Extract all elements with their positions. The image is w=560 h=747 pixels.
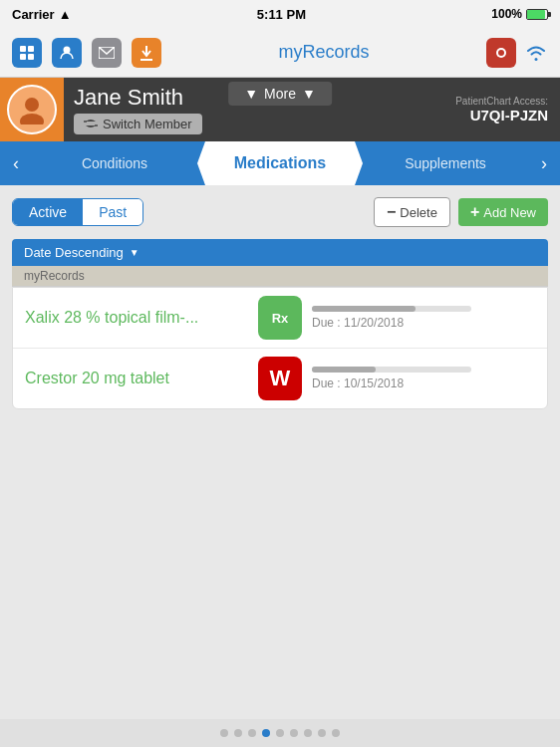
svg-rect-1 xyxy=(28,46,34,52)
battery-label: 100% xyxy=(491,7,522,21)
status-time: 5:11 PM xyxy=(257,7,306,22)
dot-6 xyxy=(304,729,312,737)
more-caret-left: ▼ xyxy=(244,86,258,102)
page-dots xyxy=(0,719,560,747)
signal-icon: ▲ xyxy=(59,7,72,22)
dot-3 xyxy=(262,729,270,737)
battery-icon xyxy=(526,9,548,20)
tab-supplements[interactable]: Supplements xyxy=(363,141,528,185)
chart-access-label: PatientChart Access: xyxy=(455,96,548,107)
more-dropdown[interactable]: ▼ More ▼ xyxy=(228,82,332,106)
main-content: Active Past − Delete + Add New Date Desc… xyxy=(0,185,560,719)
sort-caret-icon: ▼ xyxy=(130,247,140,258)
more-caret-right: ▼ xyxy=(302,86,316,102)
medication-item-1[interactable]: Crestor 20 mg tablet W Due : 10/15/2018 xyxy=(13,349,547,408)
med-name-0: Xalix 28 % topical film-... xyxy=(25,309,248,327)
med-progress-bar-0 xyxy=(312,306,471,312)
delete-label: Delete xyxy=(400,205,437,220)
med-progress-fill-1 xyxy=(312,367,376,373)
tab-medications[interactable]: Medications xyxy=(197,141,363,185)
med-due-1: Due : 10/15/2018 xyxy=(312,376,535,390)
patient-chart-access: PatientChart Access: U7QI-PJZN xyxy=(447,78,560,141)
dot-7 xyxy=(318,729,326,737)
tab-next-arrow[interactable]: › xyxy=(528,141,560,185)
med-due-0: Due : 11/20/2018 xyxy=(312,316,535,330)
svg-rect-0 xyxy=(20,46,26,52)
walgreens-label-1: W xyxy=(270,366,291,391)
rx-label-0: Rx xyxy=(272,311,289,326)
dot-0 xyxy=(220,729,228,737)
med-name-1: Crestor 20 mg tablet xyxy=(25,370,248,387)
med-details-0: Due : 11/20/2018 xyxy=(312,306,535,330)
add-new-label: Add New xyxy=(483,205,536,220)
patient-header: Jane Smith Switch Member ▼ More ▼ Patien… xyxy=(0,78,560,141)
active-past-toggle: Active Past xyxy=(12,198,143,226)
more-label: More xyxy=(264,86,296,102)
person-icon[interactable] xyxy=(52,38,82,68)
download-icon[interactable] xyxy=(132,38,161,68)
sort-label: Date Descending xyxy=(24,245,124,260)
app-title: myRecords xyxy=(278,42,369,63)
switch-member-label: Switch Member xyxy=(103,117,192,131)
wifi-icon xyxy=(524,44,548,62)
add-new-plus-icon: + xyxy=(470,203,479,221)
medication-list: Xalix 28 % topical film-... Rx Due : 11/… xyxy=(12,287,548,409)
tab-nav: ‹ Conditions Medications Supplements › xyxy=(0,141,560,185)
add-new-button[interactable]: + Add New xyxy=(458,198,548,226)
svg-rect-3 xyxy=(28,54,34,60)
record-icon[interactable] xyxy=(486,38,516,68)
nav-icons-right xyxy=(486,38,548,68)
dot-5 xyxy=(290,729,298,737)
mail-icon[interactable] xyxy=(92,38,122,68)
dot-8 xyxy=(332,729,340,737)
patient-avatar xyxy=(0,78,64,141)
status-carrier: Carrier ▲ xyxy=(12,7,72,22)
med-details-1: Due : 10/15/2018 xyxy=(312,367,535,390)
section-label: myRecords xyxy=(12,266,548,287)
grid-icon[interactable] xyxy=(12,38,42,68)
status-bar: Carrier ▲ 5:11 PM 100% xyxy=(0,0,560,28)
avatar-image xyxy=(7,85,57,134)
walgreens-icon-1: W xyxy=(258,357,302,400)
toggle-action-row: Active Past − Delete + Add New xyxy=(12,197,548,227)
delete-minus-icon: − xyxy=(387,203,396,221)
carrier-label: Carrier xyxy=(12,7,55,22)
status-right: 100% xyxy=(491,7,548,21)
past-toggle-button[interactable]: Past xyxy=(83,199,142,225)
action-buttons: − Delete + Add New xyxy=(374,197,548,227)
active-toggle-button[interactable]: Active xyxy=(13,199,83,225)
switch-member-button[interactable]: Switch Member xyxy=(74,114,202,134)
svg-point-9 xyxy=(498,50,504,56)
med-progress-fill-0 xyxy=(312,306,416,312)
dot-1 xyxy=(234,729,242,737)
tab-conditions[interactable]: Conditions xyxy=(32,141,197,185)
rx-icon-0: Rx xyxy=(258,296,302,340)
sort-row[interactable]: Date Descending ▼ xyxy=(12,239,548,266)
nav-icons-left xyxy=(12,38,161,68)
svg-point-11 xyxy=(20,114,44,124)
medication-item-0[interactable]: Xalix 28 % topical film-... Rx Due : 11/… xyxy=(13,288,547,349)
dot-2 xyxy=(248,729,256,737)
delete-button[interactable]: − Delete xyxy=(374,197,450,227)
dot-4 xyxy=(276,729,284,737)
med-progress-bar-1 xyxy=(312,367,471,373)
svg-rect-2 xyxy=(20,54,26,60)
chart-access-code: U7QI-PJZN xyxy=(470,107,548,124)
top-nav: myRecords xyxy=(0,28,560,78)
tab-prev-arrow[interactable]: ‹ xyxy=(0,141,32,185)
svg-point-10 xyxy=(25,98,39,112)
